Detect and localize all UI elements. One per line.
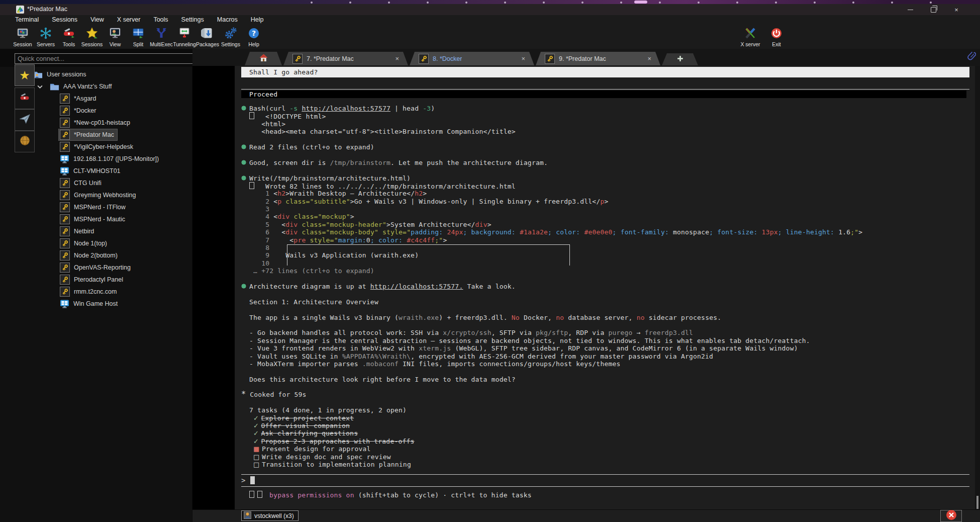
menu-macros[interactable]: Macros <box>217 16 238 23</box>
toolbar-session-button[interactable]: Session <box>11 24 34 48</box>
terminal-line: ✓ Propose 2-3 approaches with trade-offs <box>235 438 975 445</box>
toolbar-label: Packages <box>196 41 219 47</box>
sidebar-item-clt-vmhost01[interactable]: CLT-VMHOST01 <box>59 165 124 177</box>
text-segment: -3 <box>423 105 431 112</box>
menu-view[interactable]: View <box>90 16 104 23</box>
bullet-dot-icon <box>241 106 249 111</box>
terminal-line: Write(/tmp/brainstorm/architecture.html) <box>235 175 975 182</box>
text-segment: 0 <box>366 236 370 244</box>
notification-close-button[interactable] <box>940 510 962 522</box>
toolbar-view-button[interactable]: View <box>104 24 127 48</box>
sidebar-item-predator-mac[interactable]: *Predator Mac <box>59 129 117 140</box>
terminal-scrollbar[interactable] <box>975 66 980 510</box>
sidebar-item-rmm-t2cnc-com[interactable]: rmm.t2cnc.com <box>59 286 120 297</box>
text-segment: /tmp/brainstorm <box>330 159 390 166</box>
terminal-line: Wrote 82 lines to ../../../../tmp/brains… <box>235 182 975 190</box>
menu-tools[interactable]: Tools <box>153 16 168 23</box>
toolbar-tunneling-button[interactable]: Tunneling <box>173 24 196 48</box>
tab-close-icon[interactable]: × <box>521 55 525 62</box>
toolbar-help-button[interactable]: ?Help <box>242 24 265 48</box>
sidebar-tools-knife-tab[interactable] <box>15 88 35 109</box>
sidebar-item-user-sessions[interactable]: User sessions <box>32 69 89 80</box>
paperclip-icon[interactable] <box>967 51 976 63</box>
quick-connect-input[interactable] <box>15 53 193 64</box>
tab-7-predator-mac[interactable]: 7. *Predator Mac× <box>283 52 408 65</box>
toolbar-sessions-button[interactable]: Sessions <box>80 24 104 48</box>
toolbar-exit-button[interactable]: Exit <box>765 24 788 48</box>
new-tab-button[interactable] <box>662 53 698 65</box>
sidebar-item-greyming-webhosting[interactable]: Greyming Webhosting <box>59 190 139 201</box>
tab-home[interactable] <box>245 52 282 65</box>
text-segment: ; <box>370 236 378 244</box>
text-segment <box>265 491 269 499</box>
glyph-box-icon <box>249 491 254 498</box>
text-segment: bypass permissions on <box>269 491 354 499</box>
terminal-line: Section 1: Architecture Overview <box>235 298 975 306</box>
sidebar-item-aaa-vantz-s-stuff[interactable]: AAA Vantz's Stuff <box>36 81 115 92</box>
toolbar-multiexec-button[interactable]: MultiExec <box>150 24 173 48</box>
sidebar-item-192-168-1-107-ups-monitor[interactable]: 192.168.1.107 ([UPS-Monitor]) <box>59 153 162 164</box>
sidebar-macros-plane-tab[interactable] <box>15 109 35 131</box>
text-segment: >Wraith Desktop – Architecture</ <box>285 190 415 197</box>
localhost-link[interactable]: http://localhost:57577 <box>302 105 390 112</box>
sidebar-item-mspnerd-mautic[interactable]: MSPNerd - Mautic <box>59 214 128 225</box>
text-segment: > <box>858 228 862 236</box>
taskbar-dot-icon <box>814 2 816 4</box>
menu-sessions[interactable]: Sessions <box>52 16 77 23</box>
toolbar-servers-button[interactable]: Servers <box>34 24 57 48</box>
taskbar-user-button[interactable]: vstockwell (x3) <box>241 510 299 521</box>
screen: *Predator Mac × TerminalSessionsViewX se… <box>0 0 980 522</box>
bullet-dot-icon <box>241 160 249 165</box>
rdp-icon <box>60 154 69 164</box>
text-segment <box>241 491 249 499</box>
menu-help[interactable]: Help <box>251 16 264 23</box>
text-segment: h2 <box>415 190 423 197</box>
toolbar-x-server-button[interactable]: X server <box>739 24 762 48</box>
divider <box>241 89 969 90</box>
toolbar-settings-button[interactable]: Settings <box>219 24 242 48</box>
text-segment: □ <box>253 453 262 461</box>
sidebar-item-new-cp01-heistacp[interactable]: *New-cp01-heistacp <box>59 117 133 128</box>
text-segment: Read 2 files (ctrl+o to expand) <box>249 143 374 151</box>
sidebar-item-docker[interactable]: *Docker <box>59 105 99 116</box>
sidebar-item-asgard[interactable]: *Asgard <box>59 93 99 104</box>
sidebar-item-vigilcyber-helpdesk[interactable]: *VigilCyber-Helpdesk <box>59 141 136 152</box>
sidebar-item-node-1-top[interactable]: Node 1(top) <box>59 238 110 249</box>
sidebar-favorites-star-tab[interactable]: ★ <box>15 64 35 86</box>
text-segment: ) + freerdp3.dll. <box>439 314 511 321</box>
scrollbar-thumb[interactable] <box>976 496 978 509</box>
minimize-button[interactable] <box>900 4 921 15</box>
toolbar-split-button[interactable]: Split <box>127 24 150 48</box>
chevron-down-icon[interactable] <box>37 84 43 89</box>
terminal-line: - Vue 3 frontend renders in WebView2 wit… <box>235 344 975 352</box>
text-segment: 7 <box>241 236 289 244</box>
sidebar-item-openvas-reporting[interactable]: OpenVAS-Reporting <box>59 262 134 273</box>
tree-row-inner: *Predator Mac <box>59 129 117 140</box>
tab-close-icon[interactable]: × <box>395 55 399 62</box>
tab-close-icon[interactable]: × <box>647 55 651 62</box>
sidebar-item-mspnerd-itflow[interactable]: MSPNerd - ITFlow <box>59 202 129 213</box>
text-cursor <box>250 476 255 484</box>
tree-item-label: rmm.t2cnc.com <box>74 288 117 295</box>
menu-settings[interactable]: Settings <box>181 16 204 23</box>
toolbar-packages-button[interactable]: Packages <box>196 24 219 48</box>
toolbar-tools-button[interactable]: Tools <box>57 24 80 48</box>
key-icon <box>60 94 70 104</box>
sidebar-item-win-game-host[interactable]: Win Game Host <box>59 298 121 309</box>
tab-9-predator-mac[interactable]: 9. *Predator Mac× <box>536 52 660 65</box>
text-segment: 3 <box>241 205 269 213</box>
close-button[interactable]: × <box>946 4 967 15</box>
terminal-line: ■ Present design for approval <box>235 445 975 453</box>
sidebar-item-ctg-unifi[interactable]: CTG Unifi <box>59 178 105 189</box>
sidebar-item-pterodactyl-panel[interactable]: Pterodactyl Panel <box>59 274 126 285</box>
menu-terminal[interactable]: Terminal <box>15 16 39 23</box>
sidebar-item-netbird[interactable]: Netbird <box>59 226 97 237</box>
text-segment: > <box>241 476 246 484</box>
sidebar-network-globe-tab[interactable] <box>15 131 35 152</box>
restore-button[interactable] <box>923 4 944 15</box>
tab-8-docker[interactable]: 8. *Docker× <box>410 52 534 65</box>
sidebar-item-node-2-bottom[interactable]: Node 2(bottom) <box>59 250 121 261</box>
menu-x-server[interactable]: X server <box>117 16 141 23</box>
terminal-line: ✓ Offer visual companion <box>235 422 975 429</box>
tree-row-inner: *Docker <box>59 105 99 116</box>
